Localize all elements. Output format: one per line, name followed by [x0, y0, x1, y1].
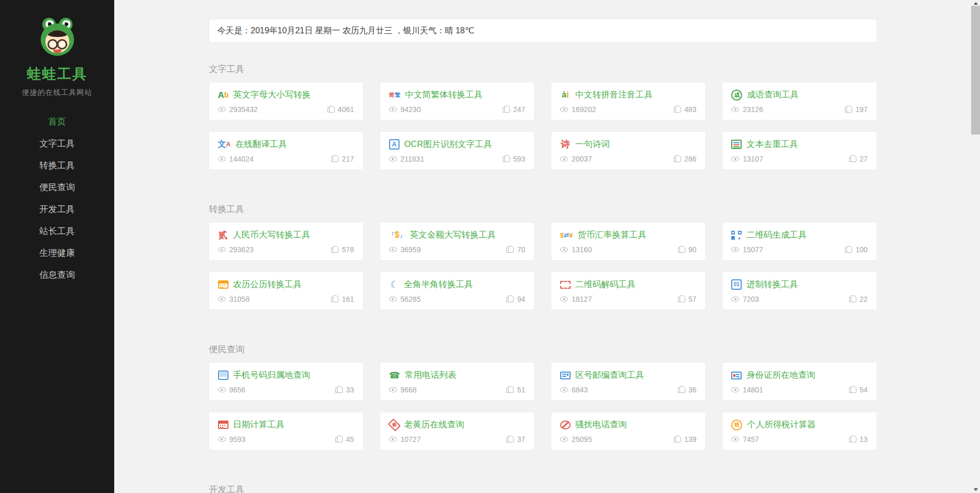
site-title: 蛙蛙工具 [0, 65, 114, 83]
views-count: 9668 [401, 386, 417, 394]
tool-card[interactable]: 文A 在线翻译工具 144024 217 [209, 131, 364, 170]
tool-title[interactable]: 成语查询工具 [747, 89, 798, 101]
tool-title[interactable]: 区号邮编查询工具 [575, 369, 644, 381]
views-count: 7203 [743, 295, 759, 303]
views-count: 23126 [743, 105, 763, 114]
views-count: 2935432 [229, 105, 258, 114]
likes-icon [506, 387, 513, 393]
views-icon [218, 247, 226, 252]
likes-count: 27 [860, 155, 868, 163]
views-count: 56285 [401, 295, 421, 303]
tool-card[interactable]: 区号邮编查询工具 6843 36 [551, 362, 706, 401]
tool-card[interactable]: $⇄¥ 货币汇率换算工具 13160 90 [551, 222, 706, 261]
tool-title[interactable]: 进制转换工具 [746, 279, 798, 290]
tool-card[interactable]: A OCR图片识别文字工具 211831 593 [380, 131, 535, 170]
tool-title[interactable]: 手机号码归属地查询 [233, 369, 311, 381]
tool-title[interactable]: 货币汇率换算工具 [578, 229, 647, 241]
scrollbar-thumb[interactable] [971, 6, 980, 134]
tool-title[interactable]: 在线翻译工具 [235, 139, 287, 150]
tool-grid: Ab 英文字母大小写转换 2935432 4061 简繁 中文简繁体转换工具 9… [209, 82, 877, 170]
sidebar-menu: 首页 文字工具 转换工具 便民查询 开发工具 站长工具 生理健康 信息查询 [0, 111, 114, 286]
tool-title[interactable]: OCR图片识别文字工具 [404, 139, 492, 150]
likes-count: 57 [688, 295, 697, 303]
tool-title[interactable]: 常用电话列表 [405, 369, 456, 381]
tool-title[interactable]: 英文金额大写转换工具 [410, 229, 496, 241]
lunar-calendar-icon [218, 280, 228, 289]
tool-grid: 贰 人民币大写转换工具 293623 578 「$」 英文金额大写转换工具 36… [209, 222, 877, 310]
tool-card[interactable]: 成 成语查询工具 23126 197 [722, 82, 877, 120]
views-icon [389, 297, 397, 302]
likes-count: 54 [860, 386, 868, 394]
tool-grid: 手机号码归属地查询 9656 33 ☎ 常用电话列表 9668 51 区号邮编查… [209, 362, 877, 450]
tool-title[interactable]: 二维码解码工具 [575, 279, 636, 290]
views-count: 9656 [229, 386, 246, 394]
tool-title[interactable]: 一句诗词 [575, 139, 610, 150]
views-count: 144024 [229, 155, 254, 163]
likes-count: 36 [688, 386, 697, 394]
ocr-icon: A [389, 139, 400, 150]
likes-icon [506, 246, 513, 253]
scroll-down-button[interactable] [971, 486, 980, 493]
tool-title[interactable]: 农历公历转换工具 [233, 279, 302, 290]
tool-card[interactable]: 骚扰电话查询 25095 139 [551, 412, 706, 450]
tool-card[interactable]: Ab 英文字母大小写转换 2935432 4061 [209, 82, 364, 120]
sidebar-item-convenience-query[interactable]: 便民查询 [0, 177, 114, 199]
tool-title[interactable]: 人民币大写转换工具 [233, 229, 311, 241]
sidebar-item-text-tools[interactable]: 文字工具 [0, 133, 114, 155]
tool-title[interactable]: 个人所得税计算器 [747, 419, 816, 430]
section-header: 便民查询 [209, 343, 877, 355]
likes-icon [674, 156, 681, 162]
tool-card[interactable]: ☾ 全角半角转换工具 56285 94 [380, 272, 535, 310]
scrollbar[interactable] [971, 0, 980, 493]
sidebar-item-dev-tools[interactable]: 开发工具 [0, 199, 114, 220]
tool-section: 开发工具 [209, 484, 877, 493]
scroll-up-icon [974, 2, 978, 5]
tool-card[interactable]: ài 中文转拼音注音工具 169202 483 [551, 82, 706, 120]
likes-count: 161 [342, 295, 354, 303]
likes-count: 90 [688, 245, 697, 254]
tool-title[interactable]: 中文转拼音注音工具 [575, 89, 653, 101]
tool-card[interactable]: ☎ 常用电话列表 9668 51 [380, 362, 535, 401]
sidebar-item-webmaster-tools[interactable]: 站长工具 [0, 220, 114, 242]
idcard-icon [731, 372, 742, 379]
tool-card[interactable]: 日期计算工具 9593 45 [209, 412, 364, 450]
tool-title[interactable]: 英文字母大小写转换 [233, 89, 311, 101]
qr-decode-icon [560, 281, 571, 289]
tool-title[interactable]: 身份证所在地查询 [746, 369, 815, 381]
sidebar-item-info-query[interactable]: 信息查询 [0, 264, 114, 286]
sidebar-item-convert-tools[interactable]: 转换工具 [0, 155, 114, 177]
tool-card[interactable]: 贰 人民币大写转换工具 293623 578 [209, 222, 364, 261]
tool-card[interactable]: 文本去重工具 13107 27 [722, 131, 877, 170]
tool-card[interactable]: 诗 一句诗词 20037 286 [551, 131, 706, 170]
tool-card[interactable]: 税 个人所得税计算器 7457 13 [722, 412, 877, 450]
views-icon [560, 107, 568, 112]
likes-count: 33 [346, 386, 354, 394]
tool-sections: 文字工具 Ab 英文字母大小写转换 2935432 4061 简繁 中文简繁体转… [209, 63, 877, 493]
tool-title[interactable]: 二维码生成工具 [746, 229, 807, 241]
tool-title[interactable]: 文本去重工具 [746, 139, 798, 150]
tool-card[interactable]: 身份证所在地查询 14801 54 [722, 362, 877, 401]
tool-card[interactable]: 「$」 英文金额大写转换工具 36959 70 [380, 222, 535, 261]
tool-title[interactable]: 老黄历在线查询 [404, 419, 465, 430]
tool-card[interactable]: 二维码生成工具 15077 100 [722, 222, 877, 261]
tool-title[interactable]: 全角半角转换工具 [404, 279, 473, 290]
views-icon [389, 107, 397, 112]
tool-title[interactable]: 日期计算工具 [233, 419, 285, 430]
views-icon [218, 297, 226, 302]
sidebar-item-home[interactable]: 首页 [0, 111, 114, 133]
sidebar-item-health[interactable]: 生理健康 [0, 242, 114, 264]
scroll-down-icon [974, 488, 978, 491]
tool-title[interactable]: 中文简繁体转换工具 [405, 89, 483, 101]
tool-card[interactable]: 手机号码归属地查询 9656 33 [209, 362, 364, 401]
likes-count: 22 [860, 295, 868, 303]
views-count: 211831 [401, 155, 425, 163]
tool-card[interactable]: 简繁 中文简繁体转换工具 94230 247 [380, 82, 535, 120]
tool-card[interactable]: 二维码解码工具 18127 57 [551, 272, 706, 310]
tool-title[interactable]: 骚扰电话查询 [575, 419, 627, 430]
tool-card[interactable]: 春 老黄历在线查询 10727 37 [380, 412, 535, 450]
likes-count: 286 [684, 155, 696, 163]
tool-card[interactable]: 01 进制转换工具 7203 22 [722, 272, 877, 310]
spam-call-icon [560, 421, 571, 429]
tool-card[interactable]: 农历公历转换工具 31058 161 [209, 272, 364, 310]
date-weather-bar: 今天是：2019年10月21日 星期一 农历九月廿三 ，银川天气：晴 18℃ [209, 19, 877, 43]
